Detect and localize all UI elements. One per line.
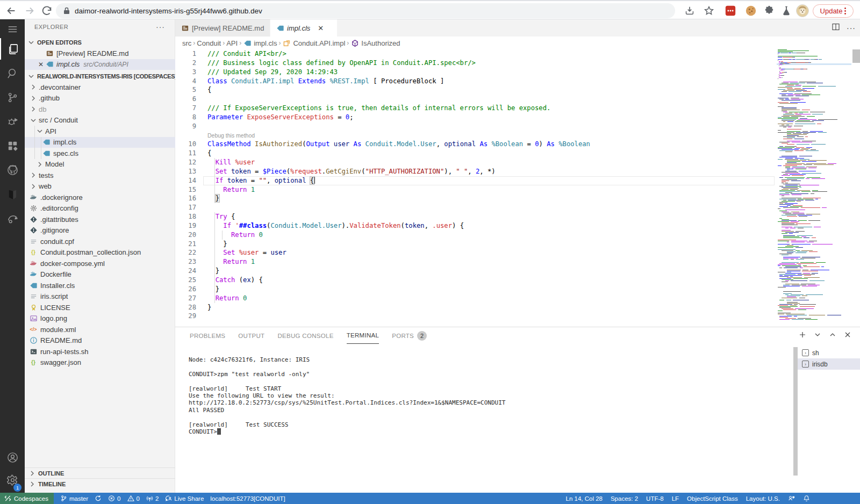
tree-file--dockerignore[interactable]: .dockerignore — [25, 192, 175, 203]
tree-file--gitattributes[interactable]: .gitattributes — [25, 214, 175, 225]
timeline-section[interactable]: TIMELINE — [25, 478, 175, 489]
status-sync[interactable] — [95, 495, 102, 502]
tree-folder--devcontainer[interactable]: .devcontainer — [25, 82, 175, 93]
terminal-instance-irisdb[interactable]: ›irisdb — [798, 358, 860, 370]
tab-close-icon[interactable]: ✕ — [318, 24, 324, 32]
terminal-output[interactable]: Node: c424c76321f6, Instance: IRISCONDUI… — [189, 356, 505, 435]
status-master[interactable]: master — [60, 495, 88, 502]
status-feedback[interactable] — [788, 495, 795, 502]
code-editor[interactable]: 1/// Conduit API<br/>2/// Business logic… — [175, 49, 860, 327]
editor-more-icon[interactable]: ··· — [847, 24, 856, 32]
breadcrumbs[interactable]: src›Conduit›API›impl.cls›Conduit.API.imp… — [175, 37, 860, 49]
split-editor-icon[interactable] — [832, 23, 840, 33]
activity-account-icon[interactable] — [0, 447, 25, 468]
open-editors-header[interactable]: OPEN EDITORS — [25, 37, 175, 48]
tree-folder-api[interactable]: API — [25, 126, 175, 137]
breadcrumb-api[interactable]: API — [226, 39, 238, 47]
panel-tab-output[interactable]: OUTPUT — [238, 327, 264, 344]
status-layout-u-s-[interactable]: Layout: U.S. — [746, 495, 780, 502]
status-2[interactable]: 2 — [146, 495, 159, 502]
panel-tab-debug-console[interactable]: DEBUG CONSOLE — [277, 327, 333, 344]
status-lf[interactable]: LF — [672, 495, 679, 502]
status-localhost-52773-conduit-[interactable]: localhost:52773[CONDUIT] — [210, 495, 285, 502]
tree-file-docker-compose-yml[interactable]: docker-compose.yml — [25, 258, 175, 269]
tab-impl-cls[interactable]: impl.cls✕ — [270, 19, 337, 37]
new-terminal-icon[interactable] — [799, 331, 806, 341]
open-editor-item[interactable]: ✕impl.clssrc/Conduit/API — [25, 59, 175, 70]
back-icon[interactable] — [5, 5, 17, 17]
status-spaces-2[interactable]: Spaces: 2 — [611, 495, 638, 502]
tree-folder-src-conduit[interactable]: src / Conduit — [25, 115, 175, 126]
status-utf-8[interactable]: UTF-8 — [646, 495, 664, 502]
open-editor-item[interactable]: [Preview] README.md — [25, 48, 175, 59]
activity-github-view-icon[interactable] — [0, 159, 25, 181]
breadcrumb-conduit-api-impl[interactable]: Conduit.API.impl — [282, 39, 345, 47]
tree-folder-model[interactable]: Model — [25, 159, 175, 170]
tree-file-module-xml[interactable]: </>module.xml — [25, 324, 175, 335]
terminal-list-scrollbar[interactable] — [793, 347, 798, 476]
activity-settings-icon[interactable]: 1 — [0, 469, 25, 491]
close-editor-icon[interactable]: ✕ — [37, 60, 45, 69]
status-0[interactable]: 0 — [127, 495, 140, 502]
password-extension-icon[interactable] — [725, 5, 736, 17]
tree-file-dockerfile[interactable]: Dockerfile — [25, 269, 175, 280]
flask-icon[interactable] — [780, 5, 792, 17]
tree-folder-db[interactable]: db — [25, 104, 175, 115]
tree-file-license[interactable]: LICENSE — [25, 302, 175, 313]
panel-maximize-icon[interactable] — [829, 331, 836, 341]
activity-menu-icon[interactable] — [0, 18, 25, 40]
tree-file-iris-script[interactable]: iris.script — [25, 291, 175, 303]
tab--preview-readme-md[interactable]: [Preview] README.md — [175, 19, 270, 37]
terminal-dropdown-icon[interactable] — [814, 331, 821, 341]
terminal-instance-sh[interactable]: ›sh — [798, 347, 860, 358]
minimap[interactable] — [777, 49, 851, 325]
download-icon[interactable] — [684, 5, 696, 17]
activity-files-view-icon[interactable] — [0, 38, 25, 60]
cookie-icon[interactable] — [745, 5, 757, 17]
panel-tab-terminal[interactable]: TERMINAL — [347, 327, 379, 344]
panel-tab-ports[interactable]: PORTS2 — [392, 327, 427, 344]
extensions-puzzle-icon[interactable] — [763, 5, 775, 17]
activity-debug-view-icon[interactable] — [0, 111, 25, 132]
activity-search-view-icon[interactable] — [0, 62, 25, 84]
panel-close-icon[interactable] — [844, 331, 851, 341]
activity-objectscript-view-icon[interactable] — [0, 183, 25, 205]
breadcrumb-isauthorized[interactable]: IsAuthorized — [350, 39, 400, 47]
breadcrumb-conduit[interactable]: Conduit — [197, 39, 221, 47]
sidebar-more-icon[interactable]: ··· — [156, 23, 165, 31]
status-objectscript-class[interactable]: ObjectScript Class — [687, 495, 738, 502]
reload-icon[interactable] — [41, 5, 53, 17]
tree-file-installer-cls[interactable]: Installer.cls — [25, 280, 175, 291]
bookmark-star-icon[interactable] — [703, 5, 715, 17]
tree-file-spec-cls[interactable]: spec.cls — [25, 148, 175, 159]
forward-icon[interactable] — [24, 5, 35, 17]
breadcrumb-src[interactable]: src — [182, 39, 191, 47]
tree-folder--github[interactable]: .github — [25, 93, 175, 104]
tree-file-readme-md[interactable]: README.md — [25, 335, 175, 347]
status-bell[interactable] — [803, 495, 810, 502]
activity-remote-view-icon[interactable] — [0, 207, 25, 229]
status-ln-14-col-28[interactable]: Ln 14, Col 28 — [566, 495, 603, 502]
tree-folder-web[interactable]: web — [25, 181, 175, 192]
tree-folder-tests[interactable]: tests — [25, 170, 175, 181]
tree-file--editorconfig[interactable]: .editorconfig — [25, 203, 175, 214]
tree-file-run-api-tests-sh[interactable]: run-api-tests.sh — [25, 346, 175, 357]
breadcrumb-impl-cls[interactable]: impl.cls — [243, 39, 277, 47]
tree-file-conduit-postman-collection-json[interactable]: {}Conduit.postman_collection.json — [25, 247, 175, 258]
status-0[interactable]: 0 — [108, 495, 120, 502]
activity-source-control-view-icon[interactable] — [0, 87, 25, 108]
profile-avatar[interactable] — [796, 4, 809, 17]
status-live-share[interactable]: Live Share — [165, 495, 204, 502]
tree-file-swagger-json[interactable]: {}swagger.json — [25, 357, 175, 369]
remote-indicator[interactable]: Codespaces — [0, 493, 54, 504]
workspace-root-header[interactable]: REALWORLD-INTERSYSTEMS-IRIS [CODESPACES] — [25, 70, 175, 82]
tree-file-conduit-cpf[interactable]: conduit.cpf — [25, 236, 175, 247]
activity-extensions-view-icon[interactable] — [0, 135, 25, 156]
panel-tab-problems[interactable]: PROBLEMS — [190, 327, 225, 344]
codelens-debug-link[interactable]: Debug this method — [207, 131, 255, 140]
editor-scrollbar[interactable] — [852, 49, 860, 63]
update-button[interactable]: Update — [813, 4, 854, 18]
tree-file--gitignore[interactable]: .gitignore — [25, 225, 175, 236]
outline-section[interactable]: OUTLINE — [25, 467, 175, 478]
tree-file-logo-png[interactable]: logo.png — [25, 313, 175, 325]
